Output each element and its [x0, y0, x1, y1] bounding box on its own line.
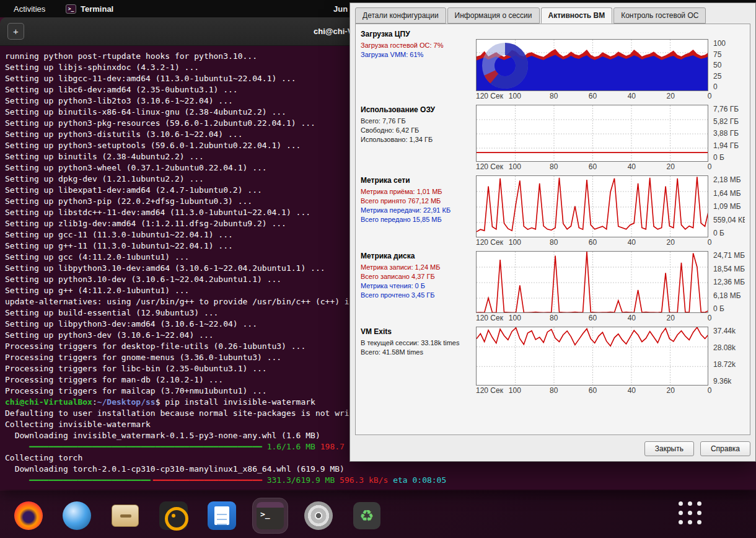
ram-chart-x-axis: 120 Сек100806040200: [476, 162, 710, 172]
stat-line: Метрика передачи: 22,91 КБ: [361, 206, 476, 215]
ram-stats: Всего: 7,76 ГБСвободно: 6,42 ГБИспользов…: [361, 117, 476, 144]
cpu-section-title: Загрузка ЦПУ: [361, 30, 476, 38]
vm-exits-chart-y-axis: 37.44k28.08k18.72k9.36k: [710, 327, 745, 386]
disk-chart-x-axis: 120 Сек100806040200: [476, 313, 710, 323]
network-chart: [476, 175, 708, 237]
y-axis-tick-label: 1,64 МБ: [713, 189, 745, 198]
y-axis-tick-label: 18,54 МБ: [713, 265, 745, 273]
thunderbird-icon: [63, 501, 91, 530]
x-axis-tick-label: 100: [509, 162, 521, 171]
x-axis-tick-label: 40: [628, 314, 636, 322]
x-axis-tick-label: 100: [509, 386, 521, 395]
x-axis-tick-label: 0: [708, 92, 712, 100]
y-axis-tick-label: 1,09 МБ: [713, 202, 745, 211]
plus-icon: +: [13, 26, 19, 37]
x-axis-tick-label: 80: [550, 238, 558, 247]
ram-section: Использование ОЗУ Всего: 7,76 ГБСвободно…: [361, 105, 745, 172]
x-axis-tick-label: 60: [589, 314, 597, 322]
dock-item-media-player[interactable]: [156, 498, 191, 533]
ram-chart-y-axis: 7,76 ГБ5,82 ГБ3,88 ГБ1,94 ГБ0 Б: [710, 105, 745, 162]
dock-item-thunderbird[interactable]: [59, 498, 94, 533]
cpu-chart: [476, 39, 708, 91]
x-axis-tick-label: 100: [509, 92, 521, 100]
y-axis-tick-label: 0 Б: [713, 229, 745, 237]
y-axis-tick-label: 0 Б: [713, 304, 745, 313]
terminal-app-icon: >_: [66, 4, 76, 14]
activities-button[interactable]: Activities: [10, 0, 49, 17]
media-player-icon: [159, 501, 188, 530]
cpu-chart-x-axis: 120 Сек100806040200: [476, 91, 710, 101]
x-axis-tick-label: 0: [708, 238, 712, 247]
x-axis-tick-label: 120 Сек: [476, 238, 503, 247]
y-axis-tick-label: 75: [713, 50, 745, 59]
close-button[interactable]: Закрыть: [644, 441, 694, 456]
y-axis-tick-label: 18.72k: [713, 360, 745, 369]
x-axis-tick-label: 100: [509, 238, 521, 247]
tab-guest-control[interactable]: Контроль гостевой ОС: [613, 7, 706, 24]
ram-section-title: Использование ОЗУ: [361, 105, 476, 114]
software-updater-icon: ♻: [353, 502, 380, 529]
x-axis-tick-label: 20: [666, 314, 674, 322]
x-axis-tick-label: 60: [589, 238, 597, 247]
x-axis-tick-label: 20: [666, 162, 674, 171]
disk-stats: Метрика записи: 1,24 МБВсего записано 4,…: [361, 263, 476, 300]
disk-section-title: Метрика диска: [361, 252, 476, 260]
network-chart-y-axis: 2,18 МБ1,64 МБ1,09 МБ559,04 КБ0 Б: [710, 175, 745, 237]
tab-session-info[interactable]: Информация о сессии: [447, 7, 540, 24]
vm-exits-section: VM Exits В текущей сессии: 33.18k timesВ…: [361, 327, 745, 395]
y-axis-tick-label: 25: [713, 72, 745, 81]
y-axis-tick-label: 50: [713, 61, 745, 69]
stat-line: Свободно: 6,42 ГБ: [361, 126, 476, 135]
stat-line: Метрика приёма: 1,01 МБ: [361, 187, 476, 196]
vm-exits-chart: [476, 327, 708, 386]
y-axis-tick-label: 0 Б: [713, 153, 745, 162]
y-axis-tick-label: 12,36 МБ: [713, 278, 745, 286]
help-button[interactable]: Справка: [700, 441, 750, 456]
x-axis-tick-label: 80: [550, 92, 558, 100]
tab-vm-activity[interactable]: Активность ВМ: [541, 7, 613, 24]
dock-item-cd-disc[interactable]: [301, 498, 336, 533]
show-applications-button[interactable]: [679, 501, 701, 524]
x-axis-tick-label: 40: [628, 238, 636, 247]
y-axis-tick-label: 2,18 МБ: [713, 175, 745, 184]
desktop: Activities >_ Terminal Jun + chi@chi-Vir…: [0, 0, 756, 538]
dock-item-software-updater[interactable]: ♻: [349, 498, 384, 533]
clock[interactable]: Jun: [333, 0, 348, 17]
vm-exits-chart-x-axis: 120 Сек100806040200: [476, 386, 710, 395]
x-axis-tick-label: 40: [628, 386, 636, 395]
x-axis-tick-label: 20: [666, 386, 674, 395]
dock-item-libreoffice-writer[interactable]: [204, 498, 239, 533]
dock: >_ ♻: [11, 498, 384, 533]
y-axis-tick-label: 28.08k: [713, 343, 745, 352]
dock-item-files[interactable]: [108, 498, 143, 533]
disk-chart-y-axis: 24,71 МБ18,54 МБ12,36 МБ6,18 МБ0 Б: [710, 251, 745, 313]
terminal-line: ━━━━━━━━━━━━━━━━━━━━━━━━━╺━━━━━━━━━━━━━━…: [5, 475, 751, 486]
terminal-icon: >_: [257, 502, 284, 529]
stat-line: Использовано: 1,34 ГБ: [361, 135, 476, 144]
disk-section: Метрика диска Метрика записи: 1,24 МБВсе…: [361, 251, 745, 323]
y-axis-tick-label: 24,71 МБ: [713, 251, 745, 260]
y-axis-tick-label: 5,82 ГБ: [713, 117, 745, 126]
y-axis-tick-label: 9.36k: [713, 377, 745, 386]
x-axis-tick-label: 120 Сек: [476, 92, 503, 100]
dock-item-terminal[interactable]: >_: [253, 498, 288, 533]
stat-line: Всего: 41.58M times: [361, 348, 476, 357]
stat-line: Всего: 7,76 ГБ: [361, 117, 476, 126]
tab-config-details[interactable]: Детали конфигурации: [355, 7, 446, 24]
dock-item-firefox[interactable]: [11, 498, 46, 533]
new-tab-button[interactable]: +: [7, 23, 24, 40]
cpu-section: Загрузка ЦПУ Загрузка гостевой ОС: 7%Заг…: [361, 29, 745, 101]
y-axis-tick-label: 3,88 ГБ: [713, 129, 745, 138]
x-axis-tick-label: 0: [708, 314, 712, 322]
disk-chart: [476, 251, 708, 313]
vm-exits-section-title: VM Exits: [361, 327, 476, 336]
x-axis-tick-label: 100: [509, 314, 521, 322]
vm-activity-panel: Загрузка ЦПУ Загрузка гостевой ОС: 7%Заг…: [355, 24, 750, 435]
terminal-line: Downloading torch-2.0.1-cp310-cp310-many…: [5, 464, 751, 475]
stat-line: Загрузка гостевой ОС: 7%: [361, 41, 476, 50]
x-axis-tick-label: 120 Сек: [476, 162, 503, 171]
cd-disc-icon: [304, 501, 333, 530]
focused-app-menu[interactable]: >_ Terminal: [66, 0, 113, 17]
firefox-icon: [14, 501, 43, 530]
x-axis-tick-label: 40: [628, 162, 636, 171]
